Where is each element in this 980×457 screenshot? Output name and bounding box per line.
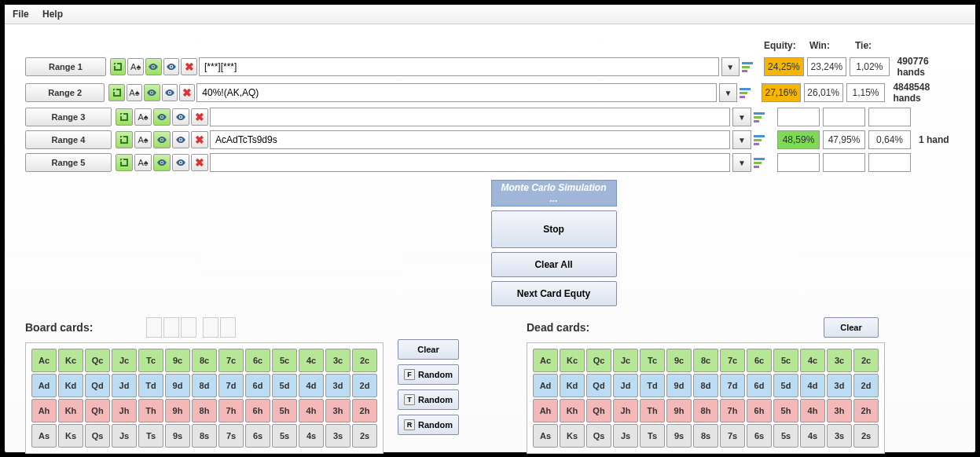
hide-eye-icon[interactable] — [162, 84, 178, 101]
stop-button[interactable]: Stop — [491, 210, 617, 248]
board-card-Qh[interactable]: Qh — [85, 399, 110, 422]
board-card-Td[interactable]: Td — [138, 374, 163, 397]
board-card-Jh[interactable]: Jh — [112, 399, 137, 422]
board-card-Qs[interactable]: Qs — [85, 424, 110, 448]
board-card-6h[interactable]: 6h — [245, 399, 270, 422]
stats-bars-icon[interactable] — [754, 154, 769, 171]
dead-card-As[interactable]: As — [533, 424, 558, 448]
stats-bars-icon[interactable] — [742, 58, 757, 75]
dead-card-7d[interactable]: 7d — [720, 374, 745, 397]
board-slot-2[interactable] — [163, 317, 179, 338]
dead-card-9s[interactable]: 9s — [666, 424, 692, 448]
dead-card-Js[interactable]: Js — [613, 424, 638, 448]
dead-card-9h[interactable]: 9h — [666, 399, 692, 422]
board-card-2d[interactable]: 2d — [352, 374, 377, 397]
dead-card-5d[interactable]: 5d — [773, 374, 798, 397]
board-random-flop-button[interactable]: F Random — [398, 364, 459, 385]
range-label-button[interactable]: Range 2 — [25, 83, 105, 102]
dead-card-Qc[interactable]: Qc — [586, 349, 611, 372]
board-card-3d[interactable]: 3d — [325, 374, 351, 397]
dead-card-9d[interactable]: 9d — [666, 374, 692, 397]
range-input[interactable] — [196, 83, 717, 102]
board-card-6d[interactable]: 6d — [245, 374, 270, 397]
show-eye-icon[interactable] — [145, 58, 162, 75]
board-card-8s[interactable]: 8s — [192, 424, 217, 448]
board-slot-5[interactable] — [220, 317, 236, 338]
clear-all-button[interactable]: Clear All — [491, 252, 617, 277]
dead-clear-button[interactable]: Clear — [824, 317, 879, 338]
board-card-3h[interactable]: 3h — [325, 399, 351, 422]
dead-card-2s[interactable]: 2s — [853, 424, 879, 448]
card-picker-icon[interactable]: A♠ — [134, 154, 152, 171]
board-card-Ac[interactable]: Ac — [31, 349, 57, 372]
board-card-Ah[interactable]: Ah — [31, 399, 57, 422]
dead-card-Th[interactable]: Th — [640, 399, 665, 422]
hide-eye-icon[interactable] — [172, 108, 189, 126]
stats-bars-icon[interactable] — [740, 84, 754, 101]
board-card-7d[interactable]: 7d — [218, 374, 244, 397]
board-card-8d[interactable]: 8d — [192, 374, 217, 397]
dead-card-Jh[interactable]: Jh — [613, 399, 638, 422]
range-label-button[interactable]: Range 3 — [25, 108, 112, 126]
board-card-7h[interactable]: 7h — [218, 399, 244, 422]
board-card-5h[interactable]: 5h — [272, 399, 297, 422]
range-dropdown-icon[interactable]: ▼ — [719, 83, 736, 102]
board-card-3s[interactable]: 3s — [325, 424, 351, 448]
board-slot-3[interactable] — [181, 317, 196, 338]
import-icon[interactable] — [116, 154, 133, 171]
dead-card-7h[interactable]: 7h — [720, 399, 745, 422]
board-card-Ad[interactable]: Ad — [31, 374, 57, 397]
menu-file[interactable]: File — [13, 9, 29, 20]
import-icon[interactable] — [116, 131, 133, 148]
show-eye-icon[interactable] — [153, 154, 171, 171]
range-dropdown-icon[interactable]: ▼ — [732, 108, 751, 126]
dead-card-2c[interactable]: 2c — [853, 349, 879, 372]
card-picker-icon[interactable]: A♠ — [127, 58, 144, 75]
board-card-As[interactable]: As — [31, 424, 57, 448]
stats-bars-icon[interactable] — [754, 108, 769, 126]
import-icon[interactable] — [108, 84, 124, 101]
board-card-Kd[interactable]: Kd — [58, 374, 83, 397]
range-input[interactable] — [199, 57, 719, 76]
board-card-2s[interactable]: 2s — [352, 424, 377, 448]
board-card-4h[interactable]: 4h — [299, 399, 324, 422]
board-card-2h[interactable]: 2h — [352, 399, 377, 422]
board-card-8h[interactable]: 8h — [192, 399, 217, 422]
delete-icon[interactable]: ✖ — [191, 108, 208, 126]
dead-card-Ks[interactable]: Ks — [560, 424, 585, 448]
dead-card-5h[interactable]: 5h — [773, 399, 798, 422]
board-card-Tc[interactable]: Tc — [138, 349, 163, 372]
dead-card-4d[interactable]: 4d — [800, 374, 825, 397]
delete-icon[interactable]: ✖ — [179, 84, 195, 101]
board-random-river-button[interactable]: R Random — [398, 415, 459, 435]
next-card-equity-button[interactable]: Next Card Equty — [491, 281, 617, 306]
dead-card-4s[interactable]: 4s — [800, 424, 825, 448]
board-card-5d[interactable]: 5d — [272, 374, 297, 397]
board-card-Ts[interactable]: Ts — [138, 424, 163, 448]
board-card-7s[interactable]: 7s — [218, 424, 244, 448]
card-picker-icon[interactable]: A♠ — [134, 108, 152, 126]
range-dropdown-icon[interactable]: ▼ — [732, 153, 751, 172]
hide-eye-icon[interactable] — [172, 154, 189, 171]
dead-card-2h[interactable]: 2h — [853, 399, 879, 422]
dead-card-Ad[interactable]: Ad — [533, 374, 558, 397]
dead-card-7c[interactable]: 7c — [720, 349, 745, 372]
dead-card-4h[interactable]: 4h — [800, 399, 825, 422]
dead-card-Ac[interactable]: Ac — [533, 349, 558, 372]
dead-card-Ts[interactable]: Ts — [640, 424, 665, 448]
dead-card-6c[interactable]: 6c — [747, 349, 772, 372]
range-input[interactable] — [210, 130, 730, 149]
board-card-Th[interactable]: Th — [138, 399, 163, 422]
range-label-button[interactable]: Range 1 — [25, 57, 106, 76]
board-card-9d[interactable]: 9d — [165, 374, 190, 397]
board-card-9s[interactable]: 9s — [165, 424, 190, 448]
range-label-button[interactable]: Range 5 — [25, 153, 112, 172]
board-card-4s[interactable]: 4s — [299, 424, 324, 448]
dead-card-8c[interactable]: 8c — [693, 349, 718, 372]
dead-card-Jd[interactable]: Jd — [613, 374, 638, 397]
board-card-4c[interactable]: 4c — [299, 349, 324, 372]
board-card-7c[interactable]: 7c — [218, 349, 244, 372]
board-card-8c[interactable]: 8c — [192, 349, 217, 372]
dead-card-Kc[interactable]: Kc — [560, 349, 585, 372]
dead-card-6s[interactable]: 6s — [747, 424, 772, 448]
